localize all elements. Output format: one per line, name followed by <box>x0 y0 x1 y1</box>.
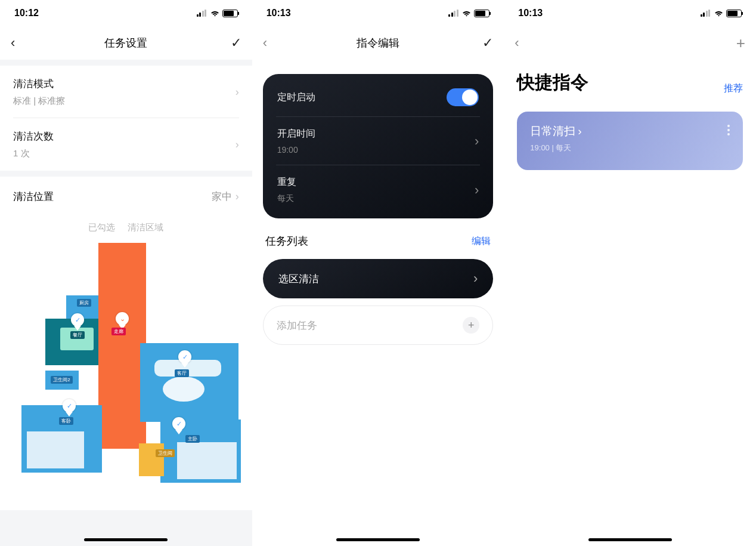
shortcut-title: 日常清扫 <box>530 124 575 139</box>
home-indicator <box>336 538 420 541</box>
row-repeat[interactable]: 重复 每天 › <box>263 165 494 215</box>
nav-bar: ‹ 任务设置 ✓ <box>0 26 252 60</box>
chevron-right-icon: › <box>236 190 239 203</box>
edit-link[interactable]: 编辑 <box>472 235 491 248</box>
task-zone-clean[interactable]: 选区清洁 › <box>263 259 494 298</box>
cell-clean-location[interactable]: 清洁位置 家中 › <box>0 177 252 216</box>
nav-title: 任务设置 <box>104 36 147 50</box>
nav-bar: ‹ + <box>504 26 756 60</box>
nav-bar: ‹ 指令编辑 ✓ <box>252 26 504 60</box>
start-time-value: 19:00 <box>277 145 315 155</box>
repeat-value: 每天 <box>277 193 296 204</box>
plus-icon: + <box>463 317 479 334</box>
status-bar: 10:13 <box>504 0 756 26</box>
row-timer-enable: 定时启动 <box>263 78 494 117</box>
screen-shortcuts: 10:13 ‹ + 快捷指令 推荐 日常清扫 › 19:00 | 每天 <box>504 0 756 546</box>
status-bar: 10:13 <box>252 0 504 26</box>
shortcut-tile-daily-clean[interactable]: 日常清扫 › 19:00 | 每天 <box>517 112 743 170</box>
map-caption: 已勾选 清洁区域 <box>0 222 252 233</box>
page-title: 快捷指令 <box>517 70 588 95</box>
task-zone-label: 选区清洁 <box>278 272 319 286</box>
timer-label: 定时启动 <box>277 91 315 104</box>
page-header: 快捷指令 推荐 <box>504 60 756 100</box>
status-time: 10:13 <box>267 8 291 18</box>
back-button[interactable]: ‹ <box>11 35 15 51</box>
clean-count-label: 清洁次数 <box>13 129 236 143</box>
clean-mode-label: 清洁模式 <box>13 77 236 91</box>
start-time-label: 开启时间 <box>277 128 315 140</box>
clean-mode-value: 标准 | 标准擦 <box>13 95 236 107</box>
timer-toggle[interactable] <box>447 88 479 106</box>
tasklist-title: 任务列表 <box>265 234 308 248</box>
signal-icon <box>701 10 711 17</box>
chevron-right-icon: › <box>236 138 239 151</box>
confirm-button[interactable]: ✓ <box>231 35 241 51</box>
nav-title: 指令编辑 <box>357 36 399 50</box>
shortcut-subtitle: 19:00 | 每天 <box>530 143 581 153</box>
wifi-icon <box>461 10 472 17</box>
status-icons <box>197 10 238 17</box>
clean-location-value: 家中 <box>212 190 232 203</box>
battery-icon <box>474 10 489 17</box>
wifi-icon <box>714 10 724 17</box>
more-icon[interactable] <box>727 124 730 158</box>
clean-location-label: 清洁位置 <box>13 190 54 203</box>
chevron-right-icon: › <box>578 125 581 138</box>
cell-clean-mode[interactable]: 清洁模式 标准 | 标准擦 › <box>0 66 252 118</box>
add-button[interactable]: + <box>736 34 745 53</box>
timer-card: 定时启动 开启时间 19:00 › 重复 每天 › <box>263 74 494 218</box>
status-time: 10:12 <box>14 8 39 18</box>
repeat-label: 重复 <box>277 176 296 189</box>
clean-count-value: 1 次 <box>13 148 236 159</box>
chevron-right-icon: › <box>473 271 478 286</box>
chevron-right-icon: › <box>475 183 479 198</box>
home-indicator <box>84 538 168 541</box>
screen-command-edit: 10:13 ‹ 指令编辑 ✓ 定时启动 开启时间 19:00 › 重复 每天 <box>252 0 504 546</box>
back-button[interactable]: ‹ <box>515 35 519 51</box>
chevron-right-icon: › <box>475 134 479 149</box>
home-indicator <box>588 538 672 541</box>
chevron-right-icon: › <box>236 86 239 98</box>
confirm-button[interactable]: ✓ <box>482 35 493 51</box>
row-start-time[interactable]: 开启时间 19:00 › <box>263 117 494 165</box>
signal-icon <box>197 10 207 17</box>
screen-task-settings: 10:12 ‹ 任务设置 ✓ 清洁模式 标准 | 标准擦 › 清洁次数 1 次 … <box>0 0 252 546</box>
battery-icon <box>222 10 238 17</box>
status-time: 10:13 <box>518 8 543 18</box>
status-icons <box>701 10 742 17</box>
recommend-link[interactable]: 推荐 <box>724 82 743 95</box>
signal-icon <box>448 10 459 17</box>
status-icons <box>448 10 489 17</box>
wifi-icon <box>210 10 220 17</box>
back-button[interactable]: ‹ <box>263 35 267 51</box>
add-task-label: 添加任务 <box>277 319 317 332</box>
status-bar: 10:12 <box>0 0 252 26</box>
cell-clean-count[interactable]: 清洁次数 1 次 › <box>0 118 252 171</box>
battery-icon <box>726 10 742 17</box>
floor-map[interactable]: ⌄ ✓ ✓ ✓ ✓ 走廊 餐厅 客厅 主卧 客卧 卫生间2 卫生间 厨房 <box>13 243 239 493</box>
add-task-button[interactable]: 添加任务 + <box>263 306 494 345</box>
tasklist-header: 任务列表 编辑 <box>252 218 504 255</box>
